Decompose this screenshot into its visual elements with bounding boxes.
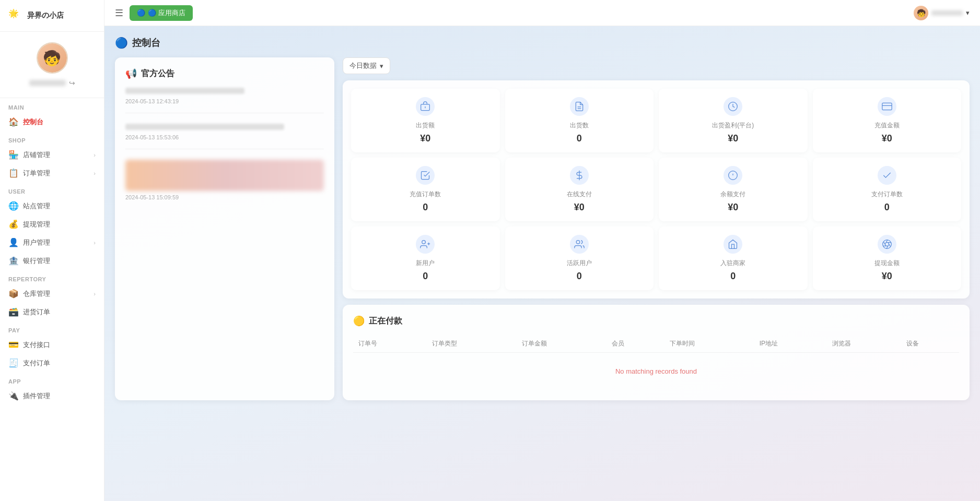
sidebar-item-orders[interactable]: 📋 订单管理 › — [0, 164, 104, 182]
recharge-amount-value: ¥0 — [882, 133, 892, 144]
page-title-icon: 🔵 — [115, 37, 128, 49]
stat-merchants: 入驻商家 0 — [659, 226, 808, 290]
purchase-icon: 🗃️ — [8, 307, 19, 317]
date-selector[interactable]: 今日数据 ▾ — [343, 57, 390, 74]
shipment-count-value: 0 — [577, 133, 582, 144]
pay-orders-label: 支付订单数 — [871, 190, 903, 199]
app-store-icon: 🔵 — [137, 9, 145, 17]
sidebar-item-bank[interactable]: 🏦 银行管理 — [0, 252, 104, 270]
withdraw-amount-value: ¥0 — [882, 271, 892, 282]
shipment-count-icon — [570, 97, 589, 116]
sidebar-item-withdraw[interactable]: 💰 提现管理 — [0, 215, 104, 233]
payment-no-records-row: No matching records found — [353, 353, 959, 390]
section-label-repertory: REPERTORY — [0, 270, 104, 284]
main-area: ☰ 🔵 🔵 应用商店 🧒 ▾ 🔵 控制台 📢 官方公告 — [104, 0, 980, 501]
recharge-orders-icon — [416, 166, 435, 185]
sidebar: 🌟 异界の小店 🧒 ↪ MAIN 🏠 控制台 SHOP 🏪 店铺管理 › 📋 订… — [0, 0, 104, 501]
announcement-title: 📢 官方公告 — [125, 68, 324, 79]
sidebar-item-warehouse[interactable]: 📦 仓库管理 › — [0, 284, 104, 303]
col-device: 设备 — [901, 335, 959, 353]
section-label-shop: SHOP — [0, 131, 104, 146]
date-selector-arrow: ▾ — [380, 62, 383, 70]
announcement-date-2: 2024-05-13 15:53:06 — [125, 134, 324, 140]
shipment-amount-icon — [416, 97, 435, 116]
svg-rect-5 — [882, 103, 892, 110]
col-member: 会员 — [606, 335, 664, 353]
payment-title: 🟡 正在付款 — [353, 315, 959, 327]
online-pay-value: ¥0 — [574, 202, 585, 213]
col-order-id: 订单号 — [353, 335, 427, 353]
content-area: 🔵 控制台 📢 官方公告 2024-05-13 12:43:19 2024-05 — [104, 26, 980, 501]
announcement-item-1: 2024-05-13 12:43:19 — [125, 88, 324, 113]
online-pay-label: 在线支付 — [567, 190, 592, 199]
content-grid: 📢 官方公告 2024-05-13 12:43:19 2024-05-13 15… — [115, 57, 970, 400]
page-title: 🔵 控制台 — [115, 37, 970, 49]
sidebar-item-label-payorder: 支付订单 — [23, 359, 50, 368]
app-store-button[interactable]: 🔵 🔵 应用商店 — [130, 5, 193, 21]
col-browser: 浏览器 — [827, 335, 901, 353]
pay-orders-value: 0 — [884, 202, 890, 213]
chevron-right-icon: › — [94, 152, 96, 158]
sidebar-item-label-bank: 银行管理 — [23, 256, 50, 266]
sidebar-item-payorder[interactable]: 🧾 支付订单 — [0, 354, 104, 372]
recharge-orders-value: 0 — [423, 202, 428, 213]
sidebar-item-label-paygate: 支付接口 — [23, 340, 50, 350]
stats-card: 出货额 ¥0 出货数 0 — [343, 80, 970, 299]
sidebar-item-label-plugins: 插件管理 — [23, 391, 50, 401]
announcement-title-text: 官方公告 — [141, 68, 174, 79]
stat-recharge-amount: 充值金额 ¥0 — [813, 89, 962, 152]
payment-section: 🟡 正在付款 订单号 订单类型 订单金额 会员 下单时间 IP地址 — [343, 305, 970, 400]
sidebar-logo: 🌟 异界の小店 — [0, 0, 104, 32]
menu-toggle-button[interactable]: ☰ — [115, 7, 123, 19]
date-selector-label: 今日数据 — [349, 61, 377, 70]
topbar-right: 🧒 ▾ — [914, 6, 970, 20]
topbar-username-blurred — [931, 10, 963, 16]
sidebar-item-label-store: 店铺管理 — [23, 150, 50, 160]
merchants-label: 入驻商家 — [720, 259, 745, 268]
stats-row-2: 充值订单数 0 在线支付 ¥0 — [351, 158, 961, 221]
announcement-item-2: 2024-05-13 15:53:06 — [125, 124, 324, 149]
sidebar-item-label-warehouse: 仓库管理 — [23, 289, 50, 299]
recharge-amount-label: 充值金额 — [874, 121, 900, 130]
app-name: 异界の小店 — [27, 11, 64, 20]
payment-title-icon: 🟡 — [353, 315, 365, 327]
stat-active-users: 活跃用户 0 — [505, 226, 654, 290]
sidebar-item-purchase[interactable]: 🗃️ 进货订单 — [0, 303, 104, 321]
chevron-right-icon3: › — [94, 240, 96, 246]
warehouse-icon: 📦 — [8, 289, 19, 299]
sidebar-item-label-purchase: 进货订单 — [23, 307, 50, 317]
merchants-icon — [724, 235, 742, 254]
sidebar-item-users[interactable]: 👤 用户管理 › — [0, 233, 104, 252]
sidebar-item-paygate[interactable]: 💳 支付接口 — [0, 336, 104, 354]
dashboard-icon: 🏠 — [8, 117, 19, 127]
orders-icon: 📋 — [8, 168, 19, 178]
avatar-image: 🧒 — [38, 43, 67, 73]
topbar-user[interactable]: 🧒 ▾ — [914, 6, 970, 20]
sidebar-item-store[interactable]: 🏪 店铺管理 › — [0, 146, 104, 164]
stat-shipment-amount: 出货额 ¥0 — [351, 89, 500, 152]
announcement-card: 📢 官方公告 2024-05-13 12:43:19 2024-05-13 15… — [115, 57, 334, 400]
payment-table-header: 订单号 订单类型 订单金额 会员 下单时间 IP地址 浏览器 设备 — [353, 335, 959, 353]
sidebar-item-plugins[interactable]: 🔌 插件管理 — [0, 387, 104, 405]
logo-icon: 🌟 — [8, 8, 23, 23]
announcement-icon: 📢 — [125, 68, 137, 79]
announcement-image-blur-3 — [125, 160, 324, 191]
user-name-blurred — [29, 80, 66, 86]
shipment-amount-label: 出货额 — [416, 121, 435, 130]
shipment-amount-value: ¥0 — [420, 133, 430, 144]
sidebar-item-label-site: 站点管理 — [23, 201, 50, 211]
sidebar-item-label-withdraw: 提现管理 — [23, 220, 50, 229]
store-icon: 🏪 — [8, 150, 19, 160]
announcement-blur-1 — [125, 88, 244, 94]
announcement-item-3: 2024-05-13 15:09:59 — [125, 160, 324, 209]
recharge-orders-label: 充值订单数 — [410, 190, 441, 199]
merchants-value: 0 — [730, 271, 736, 282]
bank-icon: 🏦 — [8, 256, 19, 266]
balance-pay-icon — [724, 166, 742, 185]
logout-icon[interactable]: ↪ — [69, 79, 75, 87]
sidebar-item-dashboard[interactable]: 🏠 控制台 — [0, 113, 104, 131]
stat-recharge-orders: 充值订单数 0 — [351, 158, 500, 221]
balance-pay-label: 余额支付 — [720, 190, 745, 199]
announcement-date-1: 2024-05-13 12:43:19 — [125, 98, 324, 104]
sidebar-item-site[interactable]: 🌐 站点管理 — [0, 197, 104, 215]
